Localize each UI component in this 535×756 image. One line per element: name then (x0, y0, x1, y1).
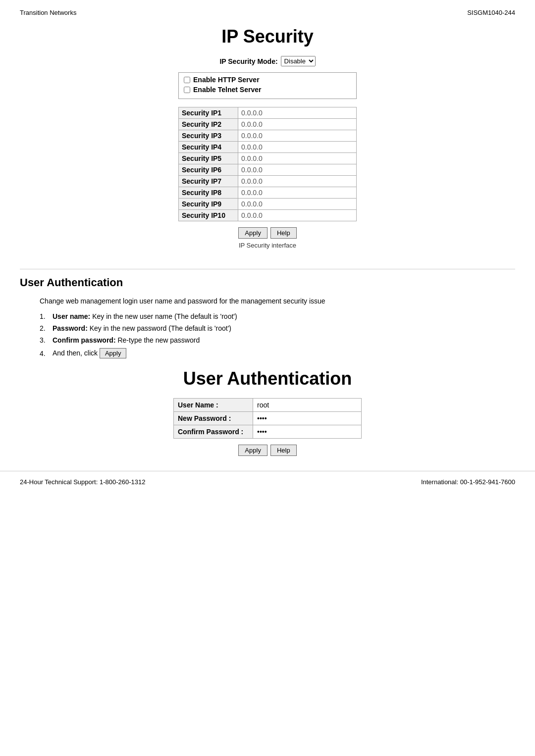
ip-field-input-4[interactable] (241, 143, 353, 151)
enable-telnet-row: Enable Telnet Server (184, 86, 351, 94)
user-auth-apply-button[interactable]: Apply (238, 445, 268, 456)
enable-telnet-checkbox[interactable] (184, 87, 190, 93)
ip-field-label-9: Security IP9 (179, 199, 238, 210)
inline-apply-button[interactable]: Apply (100, 348, 127, 358)
ip-field-row-3: Security IP3 (179, 130, 357, 142)
ip-field-input-6[interactable] (241, 166, 353, 174)
ip-field-label-10: Security IP10 (179, 210, 238, 221)
ip-field-cell-5 (238, 153, 357, 164)
auth-field-cell-1 (253, 399, 362, 412)
ip-field-row-5: Security IP5 (179, 153, 357, 164)
ip-field-row-8: Security IP8 (179, 187, 357, 199)
auth-field-row-3: Confirm Password : (174, 425, 362, 439)
ip-field-row-9: Security IP9 (179, 199, 357, 210)
ip-field-row-10: Security IP10 (179, 210, 357, 221)
checkbox-section: Enable HTTP Server Enable Telnet Server (178, 72, 357, 99)
auth-field-input-2[interactable] (257, 414, 357, 422)
ip-field-label-7: Security IP7 (179, 176, 238, 187)
user-auth-description: Change web management login user name an… (40, 296, 515, 306)
auth-field-label-2: New Password : (174, 412, 253, 425)
ip-security-help-button[interactable]: Help (270, 227, 297, 239)
user-auth-table: User Name :New Password :Confirm Passwor… (173, 398, 362, 439)
ip-field-input-9[interactable] (241, 200, 353, 208)
user-auth-help-button[interactable]: Help (270, 445, 297, 456)
ip-field-cell-2 (238, 119, 357, 130)
enable-http-checkbox[interactable] (184, 77, 190, 83)
instruction-4: 4. And then, click Apply (40, 348, 515, 358)
ip-field-input-5[interactable] (241, 154, 353, 162)
mode-label: IP Security Mode: (219, 57, 277, 65)
instruction-1: 1. User name: Key in the new user name (… (40, 312, 515, 320)
ip-field-label-1: Security IP1 (179, 107, 238, 119)
enable-http-row: Enable HTTP Server (184, 76, 351, 84)
ip-security-mode-select[interactable]: Disable Enable (281, 56, 316, 66)
user-auth-form-title: User Authentication (20, 368, 515, 389)
auth-field-label-3: Confirm Password : (174, 425, 253, 439)
ip-field-label-6: Security IP6 (179, 164, 238, 176)
ip-field-cell-1 (238, 107, 357, 119)
ip-field-input-3[interactable] (241, 132, 353, 140)
ip-field-label-2: Security IP2 (179, 119, 238, 130)
user-auth-section: User Authentication Change web managemen… (20, 269, 515, 456)
header-left: Transition Networks (20, 9, 76, 16)
ip-field-cell-6 (238, 164, 357, 176)
auth-field-input-1[interactable] (257, 401, 357, 409)
ip-field-row-1: Security IP1 (179, 107, 357, 119)
auth-field-cell-2 (253, 412, 362, 425)
ip-field-label-5: Security IP5 (179, 153, 238, 164)
ip-field-row-7: Security IP7 (179, 176, 357, 187)
enable-http-label: Enable HTTP Server (193, 76, 260, 84)
ip-security-apply-button[interactable]: Apply (238, 227, 268, 239)
ip-field-cell-8 (238, 187, 357, 199)
instruction-list: 1. User name: Key in the new user name (… (40, 312, 515, 358)
footer-left: 24-Hour Technical Support: 1-800-260-131… (20, 478, 145, 486)
user-auth-heading: User Authentication (20, 276, 515, 289)
auth-field-input-3[interactable] (257, 428, 357, 436)
ip-field-cell-9 (238, 199, 357, 210)
ip-field-row-6: Security IP6 (179, 164, 357, 176)
auth-field-label-1: User Name : (174, 399, 253, 412)
ip-field-input-2[interactable] (241, 120, 353, 128)
auth-field-cell-3 (253, 425, 362, 439)
ip-security-title: IP Security (20, 26, 515, 47)
ip-field-cell-4 (238, 142, 357, 153)
footer-right: International: 00-1-952-941-7600 (421, 478, 515, 486)
ip-field-cell-7 (238, 176, 357, 187)
ip-security-button-row: Apply Help (20, 227, 515, 239)
ip-security-caption: IP Security interface (20, 242, 515, 249)
ip-field-label-4: Security IP4 (179, 142, 238, 153)
auth-field-row-1: User Name : (174, 399, 362, 412)
instruction-3: 3. Confirm password: Re-type the new pas… (40, 336, 515, 344)
ip-field-label-3: Security IP3 (179, 130, 238, 142)
ip-field-input-8[interactable] (241, 189, 353, 197)
footer: 24-Hour Technical Support: 1-800-260-131… (0, 471, 535, 493)
ip-field-cell-10 (238, 210, 357, 221)
auth-field-row-2: New Password : (174, 412, 362, 425)
ip-field-label-8: Security IP8 (179, 187, 238, 199)
ip-field-row-2: Security IP2 (179, 119, 357, 130)
ip-field-input-10[interactable] (241, 211, 353, 219)
enable-telnet-label: Enable Telnet Server (193, 86, 261, 94)
ip-field-cell-3 (238, 130, 357, 142)
ip-field-row-4: Security IP4 (179, 142, 357, 153)
ip-field-input-7[interactable] (241, 177, 353, 185)
header-right: SISGM1040-244 (467, 9, 515, 16)
user-auth-button-row: Apply Help (20, 445, 515, 456)
instruction-2: 2. Password: Key in the new password (Th… (40, 324, 515, 332)
ip-field-input-1[interactable] (241, 109, 353, 117)
ip-fields-table: Security IP1Security IP2Security IP3Secu… (178, 107, 357, 221)
